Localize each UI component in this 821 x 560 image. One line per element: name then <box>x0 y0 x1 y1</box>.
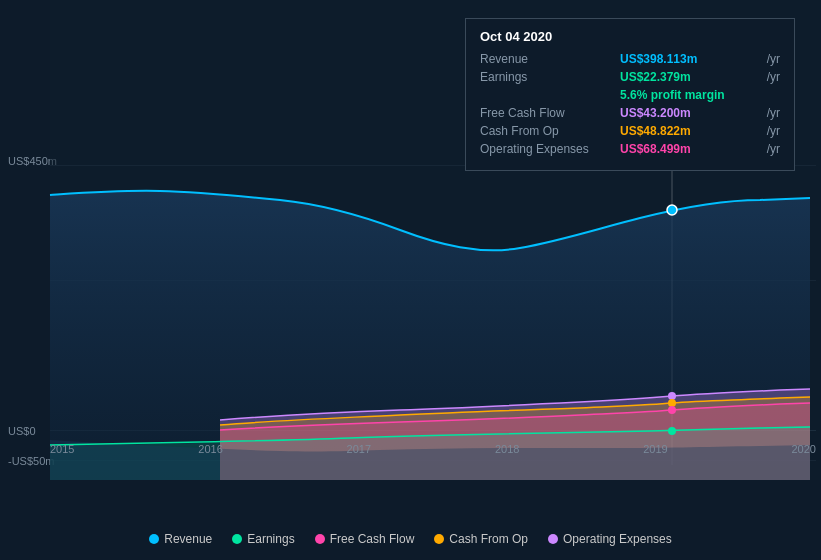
data-tooltip: Oct 04 2020 Revenue US$398.113m /yr Earn… <box>465 18 795 171</box>
tooltip-earnings-label: Earnings <box>480 70 620 84</box>
legend-dot-fcf <box>315 534 325 544</box>
legend-label-cfo: Cash From Op <box>449 532 528 546</box>
legend-item-cfo[interactable]: Cash From Op <box>434 532 528 546</box>
tooltip-cfo-label: Cash From Op <box>480 124 620 138</box>
tooltip-fcf-label: Free Cash Flow <box>480 106 620 120</box>
x-label-2020: 2020 <box>791 443 815 455</box>
x-label-2017: 2017 <box>347 443 371 455</box>
tooltip-fcf-row: Free Cash Flow US$43.200m /yr <box>480 106 780 120</box>
legend-label-fcf: Free Cash Flow <box>330 532 415 546</box>
legend-label-revenue: Revenue <box>164 532 212 546</box>
legend-item-opex[interactable]: Operating Expenses <box>548 532 672 546</box>
tooltip-revenue-unit: /yr <box>767 52 780 66</box>
x-axis-labels: 2015 2016 2017 2018 2019 2020 <box>50 443 816 455</box>
legend-item-earnings[interactable]: Earnings <box>232 532 294 546</box>
tooltip-cfo-unit: /yr <box>767 124 780 138</box>
legend-dot-revenue <box>149 534 159 544</box>
legend-dot-earnings <box>232 534 242 544</box>
tooltip-revenue-value: US$398.113m <box>620 52 763 66</box>
legend-item-revenue[interactable]: Revenue <box>149 532 212 546</box>
svg-point-3 <box>668 392 676 400</box>
svg-point-2 <box>667 205 677 215</box>
x-label-2018: 2018 <box>495 443 519 455</box>
legend-dot-cfo <box>434 534 444 544</box>
tooltip-profit-margin: 5.6% profit margin <box>620 88 780 102</box>
tooltip-earnings-unit: /yr <box>767 70 780 84</box>
tooltip-earnings-row: Earnings US$22.379m /yr <box>480 70 780 84</box>
tooltip-opex-label: Operating Expenses <box>480 142 620 156</box>
tooltip-revenue-row: Revenue US$398.113m /yr <box>480 52 780 66</box>
tooltip-revenue-label: Revenue <box>480 52 620 66</box>
tooltip-opex-unit: /yr <box>767 142 780 156</box>
chart-legend: Revenue Earnings Free Cash Flow Cash Fro… <box>0 532 821 546</box>
tooltip-date: Oct 04 2020 <box>480 29 780 44</box>
tooltip-opex-value: US$68.499m <box>620 142 763 156</box>
legend-label-opex: Operating Expenses <box>563 532 672 546</box>
legend-dot-opex <box>548 534 558 544</box>
tooltip-fcf-value: US$43.200m <box>620 106 763 120</box>
x-label-2015: 2015 <box>50 443 74 455</box>
svg-point-5 <box>668 406 676 414</box>
legend-item-fcf[interactable]: Free Cash Flow <box>315 532 415 546</box>
legend-label-earnings: Earnings <box>247 532 294 546</box>
svg-point-4 <box>668 399 676 407</box>
tooltip-cfo-row: Cash From Op US$48.822m /yr <box>480 124 780 138</box>
tooltip-opex-row: Operating Expenses US$68.499m /yr <box>480 142 780 156</box>
svg-point-6 <box>668 427 676 435</box>
tooltip-earnings-value: US$22.379m <box>620 70 763 84</box>
tooltip-fcf-unit: /yr <box>767 106 780 120</box>
x-label-2019: 2019 <box>643 443 667 455</box>
tooltip-cfo-value: US$48.822m <box>620 124 763 138</box>
x-label-2016: 2016 <box>198 443 222 455</box>
